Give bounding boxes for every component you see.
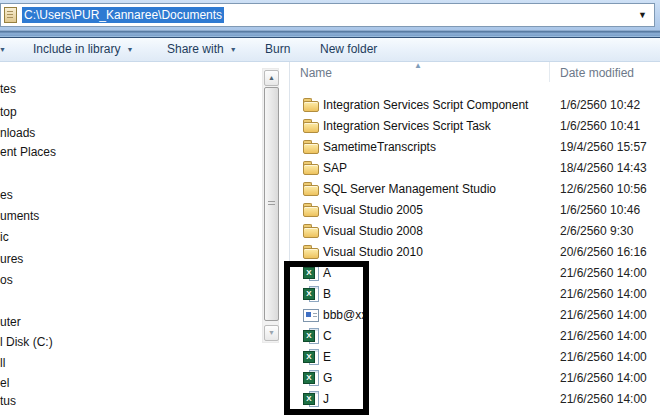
- chevron-down-icon: ▼: [230, 46, 237, 53]
- toolbar-item-new-folder[interactable]: New folder: [320, 38, 377, 61]
- file-row[interactable]: Visual Studio 2010 20/6/2560 16:16: [290, 242, 660, 263]
- toolbar-item-include-in-library[interactable]: Include in library▼: [33, 38, 133, 61]
- sidebar-item-fragment[interactable]: uments: [0, 209, 39, 223]
- document-icon: [4, 7, 17, 23]
- file-name: Visual Studio 2005: [323, 203, 423, 217]
- file-row[interactable]: SQL Server Management Studio 12/6/2560 1…: [290, 179, 660, 200]
- file-row[interactable]: Visual Studio 2008 2/6/2560 9:30: [290, 221, 660, 242]
- toolbar: ▼ Include in library▼Share with▼BurnNew …: [0, 38, 660, 62]
- folder-icon: [303, 97, 320, 113]
- sidebar-item-fragment[interactable]: l Disk (C:): [0, 335, 53, 349]
- file-date-modified: 19/4/2560 15:57: [560, 140, 647, 154]
- file-name: Integration Services Script Task: [323, 119, 491, 133]
- file-date-modified: 1/6/2560 10:46: [560, 203, 640, 217]
- sidebar-item-fragment[interactable]: os: [0, 273, 13, 287]
- sidebar-item-fragment[interactable]: uter: [0, 315, 21, 329]
- toolbar-item-label: New folder: [320, 42, 377, 56]
- folder-icon: [303, 118, 320, 134]
- file-date-modified: 12/6/2560 10:56: [560, 182, 647, 196]
- sidebar-item-fragment[interactable]: ll: [0, 356, 5, 370]
- column-divider[interactable]: [549, 62, 550, 82]
- file-date-modified: 2/6/2560 9:30: [560, 224, 633, 238]
- sidebar-item-fragment[interactable]: ic: [0, 230, 9, 244]
- address-dropdown-icon[interactable]: ▼: [638, 10, 647, 20]
- address-bar[interactable]: C:\Users\PUR_Kannaree\Documents ▼: [0, 3, 655, 27]
- folder-icon: [303, 181, 320, 197]
- folder-icon: [303, 223, 320, 239]
- file-row[interactable]: Integration Services Script Task 1/6/256…: [290, 116, 660, 137]
- sidebar-item-fragment[interactable]: ures: [0, 252, 23, 266]
- file-date-modified: 21/6/2560 14:00: [560, 392, 647, 406]
- scrollbar-down-icon[interactable]: ▼: [264, 325, 279, 341]
- sidebar-item-fragment[interactable]: tes: [0, 82, 16, 96]
- toolbar-item-share-with[interactable]: Share with▼: [167, 38, 237, 61]
- file-row[interactable]: Integration Services Script Component 1/…: [290, 95, 660, 116]
- organize-dropdown-remnant-icon[interactable]: ▼: [0, 38, 6, 61]
- column-header-date-modified[interactable]: Date modified: [560, 66, 634, 80]
- file-name: SQL Server Management Studio: [323, 182, 496, 196]
- folder-icon: [303, 202, 320, 218]
- scrollbar-up-icon[interactable]: ▲: [264, 70, 279, 86]
- highlight-annotation-box: [284, 261, 369, 415]
- file-date-modified: 20/6/2560 16:16: [560, 245, 647, 259]
- file-date-modified: 1/6/2560 10:42: [560, 98, 640, 112]
- file-date-modified: 21/6/2560 14:00: [560, 266, 647, 280]
- file-date-modified: 21/6/2560 14:00: [560, 329, 647, 343]
- sort-ascending-icon[interactable]: ▲: [414, 61, 422, 70]
- file-date-modified: 18/4/2560 14:43: [560, 161, 647, 175]
- sidebar-item-fragment[interactable]: es: [0, 188, 13, 202]
- file-date-modified: 1/6/2560 10:41: [560, 119, 640, 133]
- toolbar-item-label: Burn: [265, 42, 290, 56]
- address-bar-row: C:\Users\PUR_Kannaree\Documents ▼: [0, 0, 660, 30]
- file-date-modified: 21/6/2560 14:00: [560, 371, 647, 385]
- column-header-name[interactable]: Name: [300, 66, 332, 80]
- sidebar-item-fragment[interactable]: top: [0, 105, 17, 119]
- sidebar-item-fragment[interactable]: ent Places: [0, 145, 56, 159]
- file-name: Integration Services Script Component: [323, 98, 528, 112]
- chevron-down-icon: ▼: [126, 46, 133, 53]
- sidebar-item-fragment[interactable]: nloads: [0, 126, 35, 140]
- file-name: Visual Studio 2008: [323, 224, 423, 238]
- file-name: Visual Studio 2010: [323, 245, 423, 259]
- sidebar-scrollbar[interactable]: ▲ ▼: [262, 68, 279, 343]
- sidebar-item-fragment[interactable]: el: [0, 376, 9, 390]
- address-path[interactable]: C:\Users\PUR_Kannaree\Documents: [22, 7, 224, 23]
- file-date-modified: 21/6/2560 14:00: [560, 308, 647, 322]
- toolbar-item-label: Share with: [167, 42, 224, 56]
- file-name: SametimeTranscripts: [323, 140, 436, 154]
- sidebar-item-fragment[interactable]: tus: [0, 394, 16, 408]
- sidebar: testopnloadsent Placesesumentsicuresosut…: [0, 62, 289, 415]
- frame-band: [0, 30, 660, 38]
- file-row[interactable]: SametimeTranscripts 19/4/2560 15:57: [290, 137, 660, 158]
- folder-icon: [303, 139, 320, 155]
- file-row[interactable]: Visual Studio 2005 1/6/2560 10:46: [290, 200, 660, 221]
- file-row[interactable]: SAP 18/4/2560 14:43: [290, 158, 660, 179]
- file-date-modified: 21/6/2560 14:00: [560, 350, 647, 364]
- folder-icon: [303, 160, 320, 176]
- folder-icon: [303, 244, 320, 260]
- toolbar-item-label: Include in library: [33, 42, 120, 56]
- toolbar-item-burn[interactable]: Burn: [265, 38, 290, 61]
- file-date-modified: 21/6/2560 14:00: [560, 287, 647, 301]
- scrollbar-thumb[interactable]: [264, 87, 279, 321]
- file-name: SAP: [323, 161, 347, 175]
- explorer-window: C:\Users\PUR_Kannaree\Documents ▼ ▼ Incl…: [0, 0, 660, 415]
